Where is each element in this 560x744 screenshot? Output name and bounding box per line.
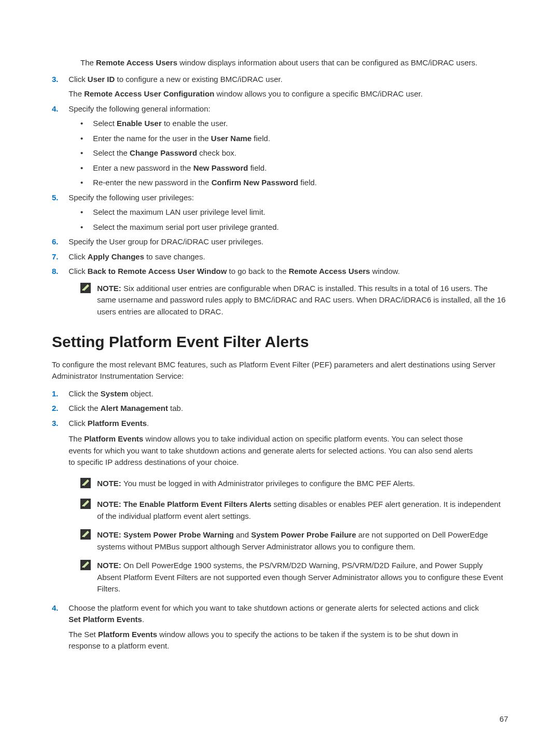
- bullet: • Select the Change Password check box.: [80, 147, 508, 159]
- bullet: • Enter a new password in the New Passwo…: [80, 162, 508, 174]
- note-text: NOTE: System Power Probe Warning and Sys…: [97, 529, 507, 553]
- step-number: 8.: [52, 266, 66, 278]
- pef-step-3: 3. Click Platform Events. The Platform E…: [52, 418, 508, 469]
- note-text: NOTE: Six additional user entries are co…: [97, 283, 507, 318]
- note-icon: [80, 560, 95, 574]
- note-block: NOTE: Six additional user entries are co…: [80, 283, 508, 318]
- text: The: [80, 58, 96, 67]
- step-content: Specify the following user privileges:: [68, 192, 479, 204]
- note-block: NOTE: You must be logged in with Adminis…: [80, 478, 508, 492]
- step-5: 5. Specify the following user privileges…: [52, 192, 508, 204]
- section-heading: Setting Platform Event Filter Alerts: [52, 333, 508, 351]
- bullet: • Select the maximum serial port user pr…: [80, 222, 508, 233]
- page-content: The Remote Access Users window displays …: [0, 0, 560, 744]
- bullet: • Re-enter the new password in the Confi…: [80, 177, 508, 189]
- page-number: 67: [499, 714, 508, 723]
- step-content: Click Platform Events. The Platform Even…: [68, 418, 479, 469]
- step-number: 2.: [52, 403, 66, 415]
- step-number: 7.: [52, 251, 66, 263]
- step-3: 3. Click User ID to configure a new or e…: [52, 74, 508, 100]
- note-block: NOTE: On Dell PowerEdge 1900 systems, th…: [80, 560, 508, 595]
- note-block: NOTE: System Power Probe Warning and Sys…: [80, 529, 508, 553]
- bullet: • Select Enable User to enable the user.: [80, 118, 508, 130]
- note-icon: [80, 529, 95, 543]
- svg-rect-5: [82, 506, 84, 507]
- step-number: 6.: [52, 236, 66, 248]
- note-text: NOTE: The Enable Platform Event Filters …: [97, 499, 507, 522]
- note-text: NOTE: You must be logged in with Adminis…: [97, 478, 507, 490]
- pef-step-2: 2. Click the Alert Management tab.: [52, 403, 508, 415]
- intro-after-heading: To configure the most relevant BMC featu…: [52, 359, 508, 382]
- step-content: Specify the following general informatio…: [68, 103, 479, 115]
- svg-rect-3: [82, 486, 84, 487]
- pef-step-4: 4. Choose the platform event for which y…: [52, 602, 508, 652]
- step-number: 4.: [52, 103, 66, 115]
- step-number: 5.: [52, 192, 66, 204]
- step-number: 3.: [52, 418, 66, 430]
- svg-rect-7: [82, 537, 84, 538]
- note-block: NOTE: The Enable Platform Event Filters …: [80, 499, 508, 522]
- step-content: Click the Alert Management tab.: [68, 403, 479, 415]
- step-content: Click Apply Changes to save changes.: [68, 251, 479, 263]
- intro-paragraph: The Remote Access Users window displays …: [80, 57, 508, 68]
- step-content: Specify the User group for DRAC/iDRAC us…: [68, 236, 479, 248]
- step-content: Click the System object.: [68, 388, 479, 400]
- step-number: 3.: [52, 74, 66, 86]
- step-7: 7. Click Apply Changes to save changes.: [52, 251, 508, 263]
- note-icon: [80, 478, 95, 492]
- step-content: Click User ID to configure a new or exis…: [68, 74, 479, 100]
- step-4: 4. Specify the following general informa…: [52, 103, 508, 115]
- step-8: 8. Click Back to Remote Access User Wind…: [52, 266, 508, 278]
- note-icon: [80, 283, 95, 297]
- bullet: • Select the maximum LAN user privilege …: [80, 206, 508, 218]
- note-icon: [80, 499, 95, 513]
- pef-step-1: 1. Click the System object.: [52, 388, 508, 400]
- step-6: 6. Specify the User group for DRAC/iDRAC…: [52, 236, 508, 248]
- svg-rect-9: [82, 568, 84, 569]
- step-number: 1.: [52, 388, 66, 400]
- text-bold: Remote Access Users: [96, 58, 177, 67]
- step-number: 4.: [52, 602, 66, 614]
- step-content: Choose the platform event for which you …: [68, 602, 479, 652]
- bullet: • Enter the name for the user in the Use…: [80, 133, 508, 145]
- svg-rect-1: [82, 291, 84, 292]
- note-text: NOTE: On Dell PowerEdge 1900 systems, th…: [97, 560, 507, 595]
- text: window displays information about users …: [177, 58, 478, 67]
- step-content: Click Back to Remote Access User Window …: [68, 266, 479, 278]
